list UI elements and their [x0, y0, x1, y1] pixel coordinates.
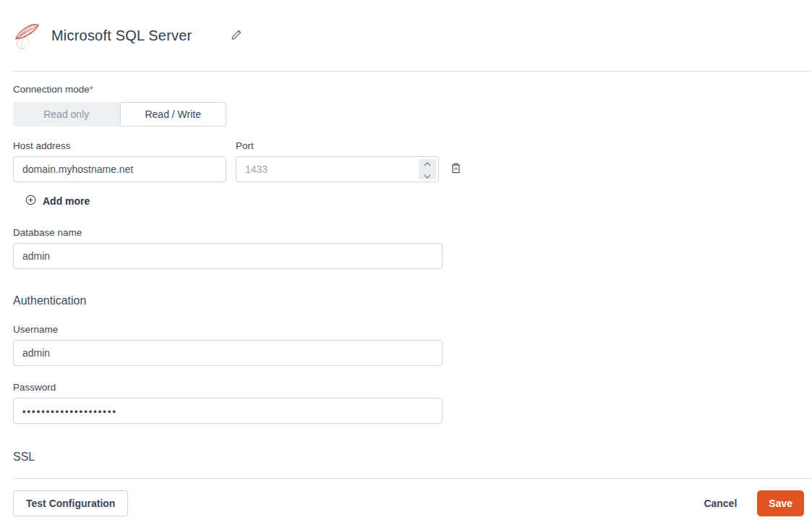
trash-icon	[450, 166, 461, 176]
password-input[interactable]	[13, 398, 443, 424]
port-label: Port	[236, 140, 439, 151]
connection-mode-field: Connection mode* Read only Read / Write	[13, 82, 812, 127]
add-more-button[interactable]: Add more	[25, 195, 90, 208]
save-button[interactable]: Save	[757, 490, 804, 516]
host-address-input[interactable]	[13, 156, 226, 182]
toggle-read-write[interactable]: Read / Write	[120, 102, 227, 127]
password-field: Password	[13, 382, 443, 424]
username-input[interactable]	[13, 340, 443, 366]
authentication-heading: Authentication	[13, 294, 812, 307]
plus-circle-icon	[25, 195, 36, 208]
chevron-up-icon	[424, 158, 431, 169]
database-name-field: Database name	[13, 227, 443, 269]
test-configuration-button[interactable]: Test Configuration	[13, 490, 128, 516]
chevron-down-icon	[424, 170, 431, 181]
connection-mode-label: Connection mode*	[13, 84, 93, 95]
delete-host-button[interactable]	[449, 161, 463, 178]
cancel-button[interactable]: Cancel	[702, 490, 738, 516]
sql-server-logo-icon	[13, 21, 40, 51]
page-title: Microsoft SQL Server	[51, 27, 192, 44]
connection-mode-toggle: Read only Read / Write	[13, 102, 226, 127]
header-divider	[13, 71, 811, 72]
footer-actions: Test Configuration Cancel Save	[13, 490, 812, 516]
host-port-row: Host address Port	[13, 140, 812, 182]
required-asterisk: *	[90, 84, 93, 95]
footer-divider	[13, 478, 811, 479]
page-header: Microsoft SQL Server	[13, 0, 812, 56]
edit-name-button[interactable]	[228, 26, 245, 46]
pencil-icon	[231, 29, 242, 43]
ssl-heading: SSL	[13, 451, 812, 464]
database-name-input[interactable]	[13, 243, 443, 269]
connection-settings-page: Microsoft SQL Server Connection mode* Re…	[0, 0, 812, 520]
port-input[interactable]	[236, 156, 439, 182]
add-more-label: Add more	[43, 195, 90, 207]
database-name-label: Database name	[13, 227, 443, 238]
port-stepper[interactable]	[419, 159, 436, 179]
password-label: Password	[13, 382, 443, 393]
username-field: Username	[13, 324, 443, 366]
username-label: Username	[13, 324, 443, 335]
toggle-read-only[interactable]: Read only	[13, 102, 120, 127]
host-address-label: Host address	[13, 140, 226, 151]
